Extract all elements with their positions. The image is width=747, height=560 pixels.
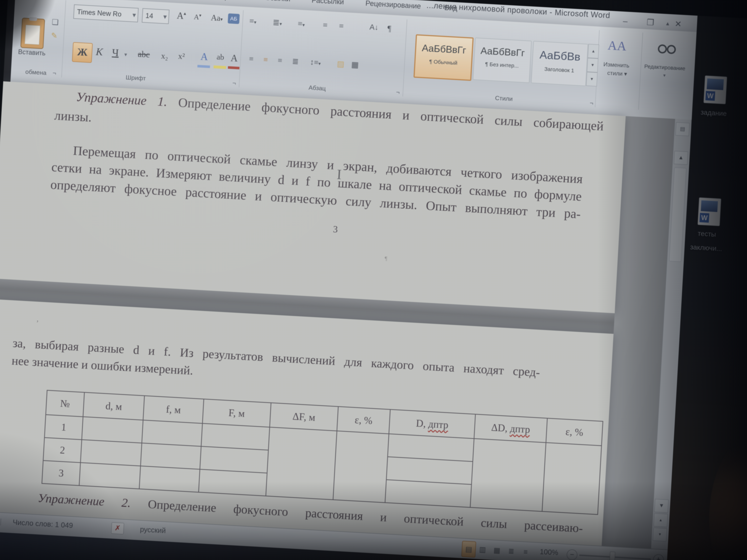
superscript-icon[interactable]: x² bbox=[178, 51, 185, 61]
align-right-icon[interactable]: ≡ bbox=[278, 56, 282, 65]
scroll-up-icon[interactable]: ▲ bbox=[674, 151, 688, 165]
row-number-cell[interactable]: 3 bbox=[42, 460, 80, 485]
text-effects-icon[interactable]: А bbox=[197, 50, 211, 68]
increase-indent-icon[interactable]: ≡ bbox=[339, 21, 344, 31]
binoculars-icon bbox=[658, 44, 667, 54]
photo-of-monitor: ...ления нихромовой проволоки - Microsof… bbox=[0, 0, 747, 560]
ribbon-collapse-icon[interactable]: ▴ bbox=[666, 20, 669, 27]
clipboard-dialog-launcher-icon[interactable]: ⌐ bbox=[52, 69, 56, 77]
font-color-icon[interactable]: А bbox=[228, 52, 240, 69]
subscript-icon[interactable]: x₂ bbox=[161, 51, 169, 61]
desktop-icon-zadanie[interactable]: W bbox=[700, 75, 730, 107]
decrease-indent-icon[interactable]: ≡ bbox=[323, 20, 328, 30]
phonetic-guide-icon[interactable]: АБ bbox=[228, 13, 240, 24]
word-count[interactable]: Число слов: 1 049 bbox=[12, 518, 73, 530]
numbering-icon[interactable]: ≣▾ bbox=[273, 17, 282, 27]
line-spacing-icon[interactable]: ↕≡▾ bbox=[310, 57, 321, 67]
desktop-icon-label[interactable]: задание bbox=[692, 108, 735, 118]
styles-scroll-up-icon[interactable]: ▴ bbox=[588, 44, 599, 58]
style-card-heading1[interactable]: АаБбВв Заголовок 1 bbox=[531, 41, 588, 86]
col-eps[interactable]: ε, % bbox=[337, 406, 390, 434]
browse-previous-icon[interactable]: ▴ bbox=[653, 513, 668, 527]
spellcheck-icon[interactable]: ✗ bbox=[111, 522, 124, 534]
view-draft-icon[interactable]: ≡ bbox=[519, 544, 533, 560]
col-D[interactable]: D, дптр bbox=[389, 409, 475, 438]
borders-icon[interactable]: ▦ bbox=[351, 60, 359, 70]
binoculars-icon bbox=[667, 45, 676, 54]
zoom-slider-thumb[interactable] bbox=[610, 552, 615, 560]
paragraph-group-label: Абзац bbox=[309, 84, 326, 92]
show-paragraph-marks-icon[interactable]: ¶ bbox=[387, 24, 391, 33]
bullets-icon[interactable]: ≡▾ bbox=[249, 16, 257, 26]
multilevel-list-icon[interactable]: ≡▾ bbox=[298, 19, 305, 29]
view-outline-icon[interactable]: ≣ bbox=[505, 543, 518, 559]
ruler-toggle-icon[interactable]: ▤ bbox=[675, 122, 690, 136]
tab-mailings[interactable]: Рассылки bbox=[312, 0, 344, 6]
change-case-icon[interactable]: Аа▾ bbox=[211, 13, 223, 23]
minimize-button[interactable]: – bbox=[616, 14, 635, 28]
styles-scroll-down-icon[interactable]: ▾ bbox=[587, 58, 598, 73]
tab-review[interactable]: Рецензирование bbox=[365, 0, 421, 10]
paragraph-dialog-launcher-icon[interactable]: ⌐ bbox=[396, 88, 400, 96]
monitor-screen: ...ления нихромовой проволоки - Microsof… bbox=[0, 0, 747, 560]
align-justify-icon[interactable]: ≣ bbox=[292, 56, 299, 66]
italic-button[interactable]: К bbox=[96, 46, 103, 58]
font-size-combo[interactable]: 14▾ bbox=[142, 8, 169, 24]
row-number-cell[interactable]: 1 bbox=[45, 415, 83, 439]
maximize-button[interactable]: ❐ bbox=[641, 16, 660, 29]
grow-font-icon[interactable]: А▴ bbox=[177, 10, 186, 21]
language-indicator[interactable]: русский bbox=[140, 525, 166, 535]
col-dD[interactable]: ΔD, дптр bbox=[474, 414, 547, 443]
col-num[interactable]: № bbox=[46, 390, 84, 417]
underline-dropdown-icon[interactable]: ▾ bbox=[124, 51, 127, 58]
tab-view[interactable]: Вид bbox=[444, 4, 458, 12]
font-family-combo[interactable]: Times New Ro▾ bbox=[73, 4, 138, 22]
document-area[interactable]: Упражнение 1. Определение фокусного расс… bbox=[0, 82, 675, 549]
zoom-level[interactable]: 100% bbox=[540, 548, 559, 557]
doc-line[interactable]: за, выбирая разные d и f. Из результатов… bbox=[12, 336, 540, 379]
view-print-layout-icon[interactable]: ▤ bbox=[461, 541, 476, 558]
col-dF[interactable]: ΔF, м bbox=[270, 403, 338, 431]
col-F[interactable]: F, м bbox=[202, 399, 271, 427]
underline-button[interactable]: Ч bbox=[112, 47, 119, 59]
col-eps2[interactable]: ε, % bbox=[546, 418, 603, 446]
bold-button[interactable]: Ж bbox=[72, 42, 93, 63]
shading-icon[interactable]: ▨ bbox=[337, 59, 344, 69]
align-center-icon[interactable]: ≡ bbox=[263, 55, 268, 64]
view-fullscreen-icon[interactable]: ▥ bbox=[476, 541, 489, 557]
browse-next-icon[interactable]: ▾ bbox=[653, 528, 667, 541]
scrollbar-thumb[interactable] bbox=[669, 167, 687, 262]
tab-page-layout[interactable]: раницы bbox=[206, 0, 231, 1]
format-painter-icon[interactable]: ✎ bbox=[51, 31, 58, 40]
col-d[interactable]: d, м bbox=[83, 392, 145, 420]
zoom-out-icon[interactable]: − bbox=[566, 549, 578, 560]
word-window: ...ления нихромовой проволоки - Microsof… bbox=[0, 0, 699, 560]
desktop-icon-testy[interactable]: W bbox=[694, 197, 724, 229]
style-card-no-spacing[interactable]: АаБбВвГг ¶ Без интер... bbox=[473, 37, 532, 83]
doc-line[interactable]: линзы. bbox=[54, 108, 92, 125]
styles-more-icon[interactable]: ▾ bbox=[586, 72, 598, 86]
page-3[interactable]: Упражнение 1. Определение фокусного расс… bbox=[0, 81, 626, 313]
paragraph-mark: ¶ bbox=[384, 255, 387, 262]
styles-dialog-launcher-icon[interactable]: ⌐ bbox=[590, 100, 593, 107]
desktop-icon-label[interactable]: заключи... bbox=[684, 243, 728, 253]
tab-links[interactable]: Ссылки bbox=[265, 0, 290, 3]
zoom-in-icon[interactable]: + bbox=[653, 554, 664, 560]
page-number: 3 bbox=[333, 224, 338, 235]
font-dialog-launcher-icon[interactable]: ⌐ bbox=[232, 79, 236, 86]
shrink-font-icon[interactable]: А▾ bbox=[194, 12, 201, 21]
row-number-cell[interactable]: 2 bbox=[43, 437, 82, 462]
desktop-icon-label[interactable]: тесты bbox=[685, 229, 729, 239]
font-group-label: Шрифт bbox=[126, 74, 146, 82]
align-left-icon[interactable]: ≡ bbox=[249, 54, 254, 63]
style-card-normal[interactable]: АаБбВвГг ¶ Обычный bbox=[414, 34, 474, 81]
view-web-icon[interactable]: ▦ bbox=[490, 542, 504, 558]
highlight-color-icon[interactable]: ab bbox=[213, 52, 227, 69]
close-button[interactable]: ✕ bbox=[669, 17, 688, 31]
sort-icon[interactable]: А↓ bbox=[369, 23, 379, 32]
strikethrough-icon[interactable]: abc bbox=[137, 49, 150, 60]
scroll-down-icon[interactable]: ▼ bbox=[654, 499, 669, 513]
page-4[interactable]: , за, выбирая разные d и f. Из результат… bbox=[0, 299, 614, 546]
copy-icon[interactable]: ❏ bbox=[52, 18, 59, 27]
col-f[interactable]: f, м bbox=[143, 396, 204, 423]
